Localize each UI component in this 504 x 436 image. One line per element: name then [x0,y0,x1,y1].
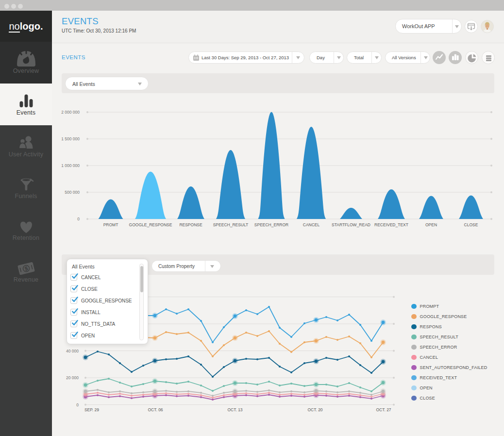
svg-text:OCT. 13: OCT. 13 [227,407,242,412]
svg-text:1 500 000: 1 500 000 [61,136,80,141]
svg-text:RESPONSE: RESPONSE [179,222,202,227]
svg-text:SPEECH_ERROR: SPEECH_ERROR [254,222,288,227]
svg-text:OCT. 27: OCT. 27 [376,407,391,412]
svg-text:500 000: 500 000 [65,190,80,195]
svg-text:GOOGLE_RESPONSE: GOOGLE_RESPONSE [129,222,172,227]
svg-text:0: 0 [77,217,80,221]
svg-text:1 000 000: 1 000 000 [61,163,80,168]
svg-text:OCT. 20: OCT. 20 [307,407,322,412]
svg-text:STARTFLOW_READ: STARTFLOW_READ [332,222,370,227]
svg-text:CLOSE: CLOSE [464,222,478,227]
svg-text:0: 0 [76,402,79,407]
svg-text:OPEN: OPEN [425,222,437,227]
svg-text:RECEIVED_TEXT: RECEIVED_TEXT [374,222,408,227]
svg-text:SPEECH_RESULT: SPEECH_RESULT [213,222,249,227]
svg-text:PROMT: PROMT [103,222,118,227]
svg-text:CANCEL: CANCEL [303,222,320,227]
svg-text:SEP. 29: SEP. 29 [84,407,99,412]
svg-text:2 000 000: 2 000 000 [61,110,80,115]
svg-text:40 000: 40 000 [66,349,79,353]
svg-text:OCT. 06: OCT. 06 [148,407,163,412]
svg-text:20 000: 20 000 [66,375,79,380]
